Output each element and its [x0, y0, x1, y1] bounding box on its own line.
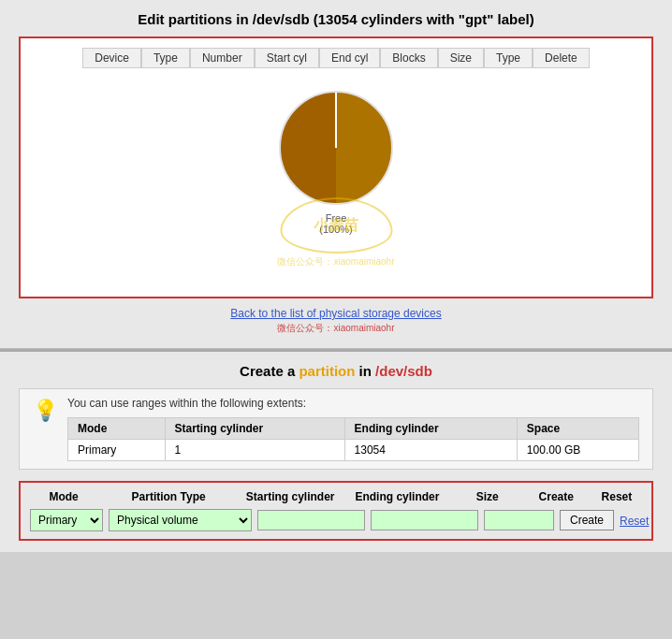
back-link[interactable]: Back to the list of physical storage dev…	[230, 307, 441, 320]
form-header-reset: Reset	[592, 490, 642, 503]
reset-button-wrapper: Reset	[620, 514, 649, 528]
partition-type-select-wrapper: Physical volume Ext4 Swap NTFS	[109, 509, 252, 531]
pie-free-text: Free	[326, 212, 347, 224]
size-input[interactable]: 100 GB	[484, 510, 554, 530]
bottom-section: Create a partition in /dev/sdb 💡 You can…	[0, 352, 672, 552]
form-header-ending-cylinder: Ending cylinder	[346, 490, 447, 503]
starting-cylinder-input[interactable]: 1	[257, 510, 365, 530]
partition-box: Device Type Number Start cyl End cyl Blo…	[19, 36, 653, 298]
form-header-size: Size	[454, 490, 521, 503]
bottom-title: Create a partition in /dev/sdb	[19, 363, 653, 379]
page-title: Edit partitions in /dev/sdb (13054 cylin…	[19, 11, 653, 27]
col-endcyl: End cyl	[319, 48, 380, 68]
size-wrapper: 100 GB	[484, 510, 554, 530]
form-header-starting-cylinder: Starting cylinder	[240, 490, 341, 503]
wechat-text: 微信公众号：xiaomaimiaohr	[19, 322, 653, 335]
pie-free-percent: (100%)	[319, 224, 352, 235]
extents-row: Primary 1 13054 100.00 GB	[68, 440, 639, 461]
top-section: Edit partitions in /dev/sdb (13054 cylin…	[0, 0, 672, 349]
extents-start: 1	[165, 440, 344, 461]
main-container: Edit partitions in /dev/sdb (13054 cylin…	[0, 0, 672, 552]
ending-cylinder-wrapper: 13054	[371, 510, 478, 530]
bulb-icon: 💡	[33, 399, 58, 423]
create-button-wrapper: Create	[560, 510, 614, 530]
col-blocks: Blocks	[380, 48, 437, 68]
pie-container: Free (100%) 小麦苗 微信公众号：xiaomaimiaohr	[30, 78, 642, 235]
mode-select[interactable]: Primary Logical	[30, 509, 103, 531]
ending-cylinder-input[interactable]: 13054	[371, 510, 478, 530]
pie-chart	[275, 87, 397, 209]
partition-type-select[interactable]: Physical volume Ext4 Swap NTFS	[109, 509, 252, 531]
col-device: Device	[82, 48, 141, 68]
reset-button[interactable]: Reset	[620, 515, 649, 528]
col-size: Size	[438, 48, 484, 68]
pie-label: Free (100%)	[319, 212, 352, 235]
col-type: Type	[141, 48, 190, 68]
info-content: You can use ranges within the following …	[67, 397, 639, 461]
extents-col-end: Ending cylinder	[344, 418, 517, 440]
form-header-row: Mode Partition Type Starting cylinder En…	[30, 490, 642, 503]
extents-space: 100.00 GB	[517, 440, 638, 461]
extents-end: 13054	[344, 440, 517, 461]
info-box: 💡 You can use ranges within the followin…	[19, 388, 653, 470]
table-header: Device Type Number Start cyl End cyl Blo…	[30, 48, 642, 68]
col-delete: Delete	[533, 48, 590, 68]
extents-col-start: Starting cylinder	[165, 418, 344, 440]
extents-table: Mode Starting cylinder Ending cylinder S…	[67, 417, 639, 461]
extents-mode: Primary	[68, 440, 166, 461]
starting-cylinder-wrapper: 1	[257, 510, 365, 530]
form-input-row: Primary Logical Physical volume Ext4 Swa…	[30, 509, 642, 531]
col-startcyl: Start cyl	[255, 48, 319, 68]
extents-col-space: Space	[517, 418, 638, 440]
form-header-create: Create	[527, 490, 586, 503]
col-type2: Type	[484, 48, 533, 68]
col-number: Number	[190, 48, 255, 68]
form-header-mode: Mode	[30, 490, 97, 503]
watermark-subtext: 微信公众号：xiaomaimiaohr	[277, 255, 394, 269]
create-button[interactable]: Create	[560, 510, 614, 530]
form-header-partition-type: Partition Type	[103, 490, 234, 503]
info-text: You can use ranges within the following …	[67, 397, 639, 410]
extents-col-mode: Mode	[68, 418, 166, 440]
form-row-container: Mode Partition Type Starting cylinder En…	[19, 481, 653, 541]
back-link-container: Back to the list of physical storage dev…	[19, 306, 653, 320]
mode-select-wrapper: Primary Logical	[30, 509, 103, 531]
